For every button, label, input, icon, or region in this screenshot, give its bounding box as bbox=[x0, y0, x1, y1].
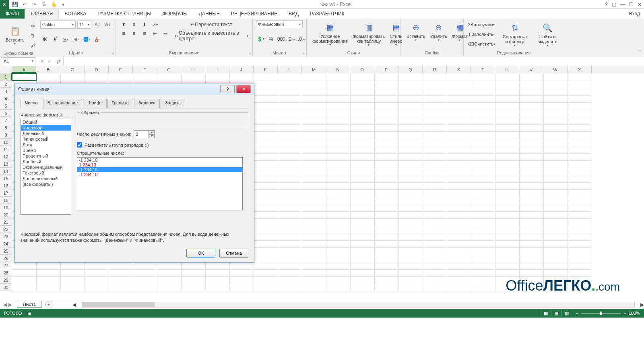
italic-button[interactable]: К bbox=[51, 35, 60, 44]
column-header[interactable]: H bbox=[181, 66, 205, 73]
spin-down[interactable]: ▼ bbox=[149, 134, 155, 138]
column-header[interactable]: P bbox=[374, 66, 398, 73]
clear-button[interactable]: ⌫ Очистить ▾ bbox=[467, 39, 496, 48]
format-list-item[interactable]: Дробный bbox=[21, 159, 71, 164]
comma-button[interactable]: 000 bbox=[277, 35, 286, 44]
dlg-tab-fill[interactable]: Заливка bbox=[134, 99, 160, 108]
row-header[interactable]: 6 bbox=[0, 110, 12, 117]
number-launcher[interactable]: ⌐ bbox=[303, 51, 305, 55]
format-list[interactable]: ОбщийЧисловойДенежныйФинансовыйДатаВремя… bbox=[21, 119, 71, 215]
dlg-tab-font[interactable]: Шрифт bbox=[83, 99, 106, 108]
font-name-combo[interactable]: Calibri▾ bbox=[40, 21, 76, 29]
dlg-tab-protection[interactable]: Защита bbox=[161, 99, 185, 108]
column-header[interactable]: Q bbox=[398, 66, 423, 73]
decrease-decimal-button[interactable]: .0← bbox=[298, 35, 307, 44]
tab-file[interactable]: ФАЙЛ bbox=[0, 9, 25, 19]
format-list-item[interactable]: Время bbox=[21, 148, 71, 153]
hscroll-left[interactable]: ◀ bbox=[72, 302, 76, 308]
paste-button[interactable]: 📋 Вставить ▾ bbox=[3, 20, 27, 50]
row-header[interactable]: 15 bbox=[0, 175, 12, 182]
column-header[interactable]: C bbox=[60, 66, 85, 73]
fx-icon[interactable]: fx bbox=[55, 58, 63, 64]
dlg-tab-number[interactable]: Число bbox=[21, 99, 42, 108]
row-header[interactable]: 5 bbox=[0, 102, 12, 110]
enter-formula-icon[interactable]: ✓ bbox=[47, 58, 52, 64]
column-header[interactable]: S bbox=[447, 66, 471, 73]
zoom-slider[interactable] bbox=[581, 313, 621, 314]
row-header[interactable]: 27 bbox=[0, 262, 12, 269]
dlg-tab-alignment[interactable]: Выравнивание bbox=[43, 99, 83, 108]
ok-button[interactable]: ОК bbox=[186, 249, 215, 258]
row-header[interactable]: 2 bbox=[0, 81, 12, 88]
column-header[interactable]: J bbox=[229, 66, 254, 73]
zoom-in-button[interactable]: + bbox=[623, 311, 626, 316]
increase-decimal-button[interactable]: .0→ bbox=[287, 35, 296, 44]
fill-color-button[interactable]: 🪣▾ bbox=[82, 35, 91, 44]
wrap-text-button[interactable]: ↩ Перенести текст bbox=[174, 20, 249, 29]
horizontal-scrollbar[interactable] bbox=[82, 302, 635, 308]
quickprint-button[interactable]: 🖶 bbox=[40, 1, 47, 8]
row-header[interactable]: 10 bbox=[0, 139, 12, 146]
conditional-formatting-button[interactable]: ▦Условное форматирование▾ bbox=[310, 20, 350, 48]
negative-list-item[interactable]: -1 234,10 bbox=[77, 172, 242, 177]
cut-button[interactable]: ✂ bbox=[29, 22, 37, 31]
align-center-button[interactable]: ≡ bbox=[130, 29, 138, 38]
underline-button[interactable]: Ч▾ bbox=[61, 35, 70, 44]
delete-cells-button[interactable]: ⊖Удалить▾ bbox=[428, 20, 450, 43]
percent-button[interactable]: % bbox=[266, 35, 275, 44]
row-header[interactable]: 22 bbox=[0, 226, 12, 233]
accounting-button[interactable]: 💲▾ bbox=[256, 35, 265, 44]
minimize-icon[interactable]: — bbox=[620, 2, 625, 7]
fill-button[interactable]: ⬇ Заполнить ▾ bbox=[467, 30, 496, 39]
row-header[interactable]: 19 bbox=[0, 204, 12, 211]
maximize-icon[interactable]: ☐ bbox=[629, 2, 634, 7]
row-header[interactable]: 26 bbox=[0, 255, 12, 262]
column-header[interactable]: O bbox=[350, 66, 374, 73]
sheet-nav-next[interactable]: ▶ bbox=[8, 302, 12, 308]
bold-button[interactable]: Ж bbox=[40, 35, 49, 44]
clipboard-launcher[interactable]: ⌐ bbox=[33, 52, 35, 56]
login-link[interactable]: Вход bbox=[629, 9, 644, 19]
view-page-break-button[interactable]: ▥ bbox=[561, 310, 572, 317]
negative-list-item[interactable]: 1 234,10 bbox=[77, 162, 242, 167]
format-list-item[interactable]: Текстовый bbox=[21, 170, 71, 176]
row-header[interactable]: 18 bbox=[0, 197, 12, 204]
qat-dropdown[interactable]: ▾ bbox=[60, 1, 67, 8]
column-header[interactable]: D bbox=[85, 66, 109, 73]
row-header[interactable]: 24 bbox=[0, 240, 12, 247]
column-header[interactable]: I bbox=[205, 66, 229, 73]
format-list-item[interactable]: Дата bbox=[21, 142, 71, 148]
tab-insert[interactable]: ВСТАВКА bbox=[59, 9, 92, 19]
format-list-item[interactable]: Экспоненциальный bbox=[21, 164, 71, 170]
zoom-out-button[interactable]: − bbox=[576, 311, 578, 316]
sheet-nav-prev[interactable]: ◀ bbox=[3, 302, 7, 308]
format-as-table-button[interactable]: ▥Форматировать как таблицу▾ bbox=[350, 20, 387, 48]
autosum-button[interactable]: Σ Автосумма ▾ bbox=[467, 20, 496, 29]
thousands-separator-checkbox[interactable] bbox=[77, 142, 82, 148]
column-header[interactable]: T bbox=[471, 66, 495, 73]
formula-input[interactable] bbox=[63, 57, 644, 65]
negative-list-item[interactable]: -1 234,10 bbox=[77, 167, 242, 172]
insert-cells-button[interactable]: ⊕Вставить▾ bbox=[404, 20, 428, 43]
tab-developer[interactable]: РАЗРАБОТЧИК bbox=[304, 9, 350, 19]
row-header[interactable]: 21 bbox=[0, 218, 12, 226]
column-header[interactable]: X bbox=[568, 66, 592, 73]
column-header[interactable]: W bbox=[543, 66, 568, 73]
tab-layout[interactable]: РАЗМЕТКА СТРАНИЦЫ bbox=[92, 9, 157, 19]
format-list-item[interactable]: Общий bbox=[21, 119, 71, 125]
hscroll-right[interactable]: ▶ bbox=[640, 302, 644, 308]
font-size-combo[interactable]: 11▾ bbox=[77, 21, 91, 29]
row-header[interactable]: 13 bbox=[0, 160, 12, 168]
dialog-titlebar[interactable]: Формат ячеек ? ✕ bbox=[15, 83, 254, 95]
undo-button[interactable]: ↶ bbox=[21, 1, 28, 8]
close-icon[interactable]: ✕ bbox=[638, 2, 642, 7]
align-bottom-button[interactable]: ⬇ bbox=[140, 20, 149, 29]
align-middle-button[interactable]: ≡ bbox=[130, 20, 138, 29]
decimals-input[interactable] bbox=[134, 130, 149, 138]
sort-filter-button[interactable]: ⇅Сортировка и фильтр▾ bbox=[499, 20, 530, 48]
format-list-item[interactable]: Числовой bbox=[21, 125, 71, 131]
zoom-level[interactable]: 100% bbox=[629, 311, 640, 316]
collapse-ribbon-button[interactable]: ⌃ bbox=[638, 49, 642, 54]
find-select-button[interactable]: 🔍Найти и выделить▾ bbox=[534, 20, 561, 48]
sheet-tab[interactable]: Лист1 bbox=[17, 301, 42, 308]
